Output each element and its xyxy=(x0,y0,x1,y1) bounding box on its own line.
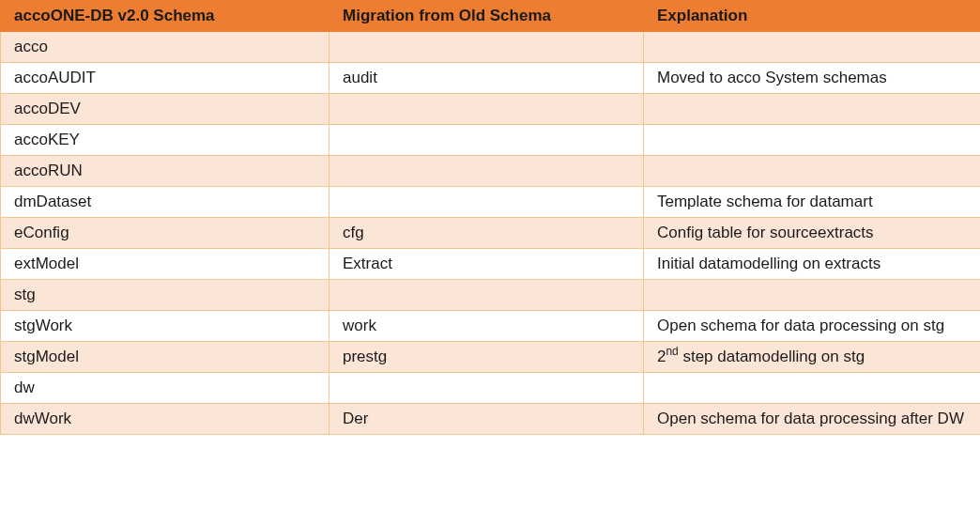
header-migration: Migration from Old Schema xyxy=(329,1,644,32)
cell-schema: extModel xyxy=(1,249,329,280)
cell-migration xyxy=(329,280,644,311)
cell-schema: stgModel xyxy=(1,342,329,373)
cell-explanation xyxy=(644,156,981,187)
table-row: extModelExtractInitial datamodelling on … xyxy=(1,249,981,280)
cell-explanation xyxy=(644,125,981,156)
cell-migration xyxy=(329,187,644,218)
cell-explanation xyxy=(644,280,981,311)
cell-schema: dwWork xyxy=(1,404,329,435)
table-row: accoDEV xyxy=(1,94,981,125)
cell-explanation xyxy=(644,94,981,125)
cell-schema: stg xyxy=(1,280,329,311)
table-row: accoKEY xyxy=(1,125,981,156)
header-schema: accoONE-DB v2.0 Schema xyxy=(1,1,329,32)
schema-mapping-table: accoONE-DB v2.0 Schema Migration from Ol… xyxy=(0,0,980,435)
table-row: eConfigcfgConfig table for sourceextract… xyxy=(1,218,981,249)
cell-explanation: Config table for sourceextracts xyxy=(644,218,981,249)
table-row: accoRUN xyxy=(1,156,981,187)
table-row: accoAUDITauditMoved to acco System schem… xyxy=(1,63,981,94)
table-row: stgWorkworkOpen schema for data processi… xyxy=(1,311,981,342)
cell-schema: accoAUDIT xyxy=(1,63,329,94)
cell-schema: acco xyxy=(1,32,329,63)
cell-explanation: 2nd step datamodelling on stg xyxy=(644,342,981,373)
cell-migration: audit xyxy=(329,63,644,94)
cell-migration xyxy=(329,373,644,404)
cell-migration xyxy=(329,32,644,63)
cell-schema: accoRUN xyxy=(1,156,329,187)
cell-schema: dmDataset xyxy=(1,187,329,218)
table-row: dwWorkDerOpen schema for data processing… xyxy=(1,404,981,435)
cell-explanation: Initial datamodelling on extracts xyxy=(644,249,981,280)
table-row: acco xyxy=(1,32,981,63)
header-explanation: Explanation xyxy=(644,1,981,32)
cell-explanation: Open schema for data processing after DW xyxy=(644,404,981,435)
cell-explanation: Open schema for data processing on stg xyxy=(644,311,981,342)
cell-migration xyxy=(329,94,644,125)
cell-migration: cfg xyxy=(329,218,644,249)
cell-schema: eConfig xyxy=(1,218,329,249)
cell-explanation: Moved to acco System schemas xyxy=(644,63,981,94)
cell-schema: stgWork xyxy=(1,311,329,342)
table-row: dmDatasetTemplate schema for datamart xyxy=(1,187,981,218)
cell-migration: prestg xyxy=(329,342,644,373)
cell-schema: dw xyxy=(1,373,329,404)
table-body: accoaccoAUDITauditMoved to acco System s… xyxy=(1,32,981,435)
cell-migration: Extract xyxy=(329,249,644,280)
table-header-row: accoONE-DB v2.0 Schema Migration from Ol… xyxy=(1,1,981,32)
cell-schema: accoDEV xyxy=(1,94,329,125)
table-row: stgModelprestg2nd step datamodelling on … xyxy=(1,342,981,373)
cell-migration xyxy=(329,125,644,156)
cell-schema: accoKEY xyxy=(1,125,329,156)
cell-explanation: Template schema for datamart xyxy=(644,187,981,218)
table-row: dw xyxy=(1,373,981,404)
cell-explanation xyxy=(644,373,981,404)
table-row: stg xyxy=(1,280,981,311)
cell-migration: work xyxy=(329,311,644,342)
cell-migration xyxy=(329,156,644,187)
cell-explanation xyxy=(644,32,981,63)
cell-migration: Der xyxy=(329,404,644,435)
